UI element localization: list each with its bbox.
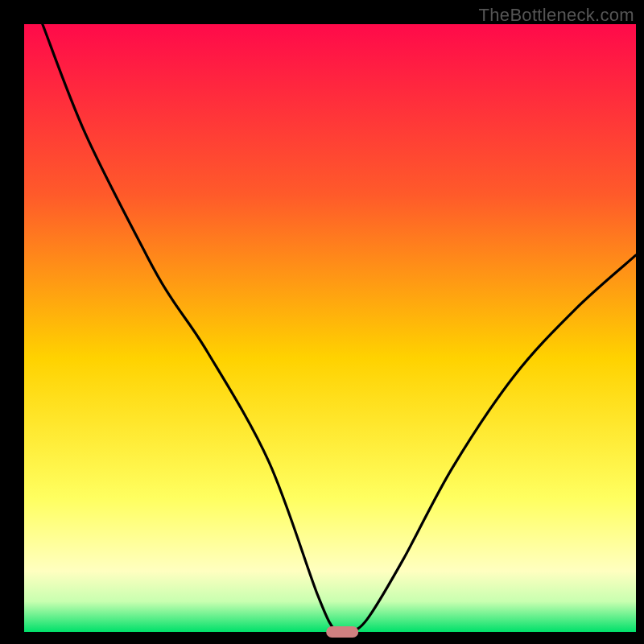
bottleneck-plot — [0, 0, 644, 644]
optimal-marker — [326, 626, 358, 638]
watermark-text: TheBottleneck.com — [479, 5, 634, 26]
chart-stage: TheBottleneck.com — [0, 0, 644, 644]
plot-background — [24, 24, 636, 632]
